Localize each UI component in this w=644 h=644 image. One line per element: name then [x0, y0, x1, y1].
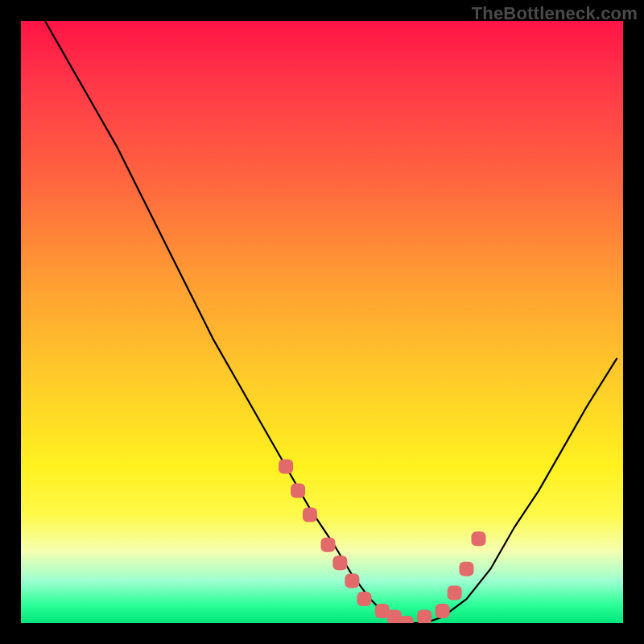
marker-group	[279, 460, 485, 624]
marker-dot	[291, 483, 305, 497]
marker-dot	[460, 562, 474, 576]
marker-dot	[472, 531, 486, 546]
marker-dot	[332, 555, 347, 570]
marker-dot	[448, 586, 462, 601]
marker-dot	[399, 616, 414, 623]
marker-dot	[321, 538, 336, 552]
marker-dot	[279, 460, 293, 474]
chart-plot-area	[21, 21, 623, 623]
marker-dot	[345, 574, 359, 588]
bottleneck-chart	[21, 21, 623, 623]
marker-dot	[436, 604, 450, 618]
marker-dot	[357, 592, 371, 606]
marker-dot	[303, 507, 317, 522]
bottleneck-curve-line	[45, 21, 617, 623]
marker-dot	[417, 610, 431, 624]
